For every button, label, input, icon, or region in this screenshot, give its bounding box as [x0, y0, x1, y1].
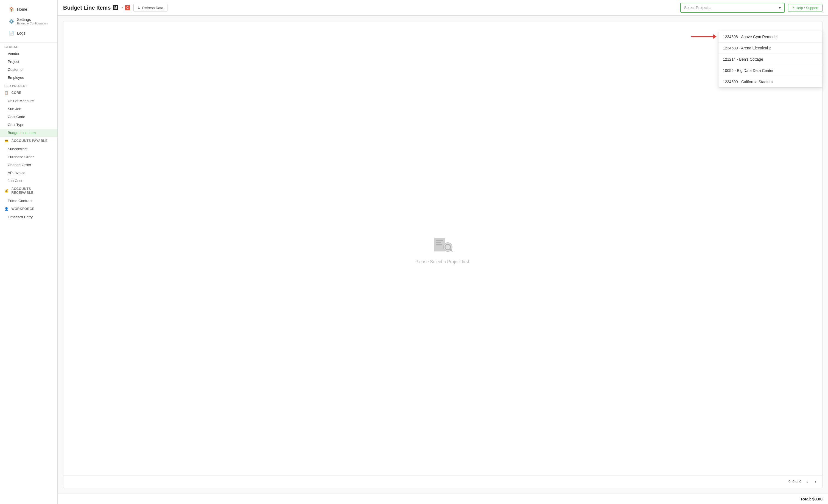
- sidebar-link-prime-contract[interactable]: Prime Contract: [0, 197, 57, 205]
- sidebar-item-home[interactable]: 🏠 Home: [4, 4, 53, 14]
- main-content: Budget Line Items M → C ↻ Refresh Data S…: [58, 0, 828, 504]
- integration-arrow-icon: →: [119, 5, 124, 10]
- content-footer: 0–0 of 0 ‹ ›: [64, 475, 822, 488]
- sidebar-link-employee[interactable]: Employee: [0, 74, 57, 82]
- project-dropdown: 1234598 - Agave Gym Remodel 1234589 - Ar…: [718, 31, 823, 88]
- project-select-wrapper: Select Project... 1234598 - Agave Gym Re…: [680, 3, 785, 13]
- red-arrow-head: [713, 34, 716, 39]
- empty-state-text: Please Select a Project first.: [415, 259, 470, 264]
- page-title: Budget Line Items M → C: [63, 5, 130, 11]
- accounts-payable-label: ACCOUNTS PAYABLE: [11, 139, 47, 143]
- sidebar-link-ap-invoice[interactable]: AP Invoice: [0, 169, 57, 177]
- help-btn-label: Help / Support: [796, 6, 818, 10]
- sidebar-settings-group: Settings Example Configuration: [17, 17, 47, 25]
- total-label: Total: $0.00: [800, 497, 823, 501]
- refresh-data-button[interactable]: ↻ Refresh Data: [133, 4, 167, 12]
- accounts-receivable-icon: 💰: [4, 189, 8, 193]
- sidebar-item-settings[interactable]: ⚙️ Settings Example Configuration: [4, 14, 53, 28]
- integration-icons: M → C: [113, 5, 130, 10]
- pagination-prev-button[interactable]: ‹: [805, 478, 810, 485]
- accounts-receivable-label: ACCOUNTS RECEIVABLE: [11, 187, 53, 195]
- refresh-btn-label: Refresh Data: [142, 6, 163, 10]
- help-support-button[interactable]: ? Help / Support: [788, 4, 823, 12]
- content-area: 1234598 - Agave Gym Remodel 1234589 - Ar…: [58, 16, 828, 494]
- settings-icon: ⚙️: [9, 19, 14, 24]
- project-select[interactable]: Select Project... 1234598 - Agave Gym Re…: [680, 3, 785, 13]
- svg-rect-3: [436, 244, 442, 245]
- svg-rect-1: [436, 240, 443, 241]
- sidebar-link-cost-type[interactable]: Cost Type: [0, 121, 57, 129]
- sidebar-group-workforce[interactable]: 👤 WORKFORCE: [0, 205, 57, 213]
- home-icon: 🏠: [9, 7, 14, 12]
- pagination-next-button[interactable]: ›: [813, 478, 818, 485]
- dropdown-item-10056[interactable]: 10056 - Big Data Data Center: [718, 65, 822, 76]
- global-section-label: GLOBAL: [0, 43, 57, 50]
- page-title-text: Budget Line Items: [63, 5, 111, 11]
- sidebar-group-accounts-payable[interactable]: 💳 ACCOUNTS PAYABLE: [0, 137, 57, 145]
- sidebar-link-subcontract[interactable]: Subcontract: [0, 145, 57, 153]
- red-arrow-indicator: [691, 34, 716, 39]
- sidebar-link-purchase-order[interactable]: Purchase Order: [0, 153, 57, 161]
- sidebar-link-cost-code[interactable]: Cost Code: [0, 113, 57, 121]
- dropdown-item-1234589[interactable]: 1234589 - Arena Electrical 2: [718, 43, 822, 54]
- topbar: Budget Line Items M → C ↻ Refresh Data S…: [58, 0, 828, 16]
- per-project-section-label: PER PROJECT: [0, 82, 57, 89]
- dropdown-item-1234590[interactable]: 1234590 - California Stadium: [718, 76, 822, 87]
- content-box: Please Select a Project first. 0–0 of 0 …: [63, 21, 823, 488]
- core-icon: 📋: [4, 91, 8, 95]
- empty-state: Please Select a Project first.: [64, 22, 822, 475]
- refresh-icon: ↻: [137, 6, 140, 10]
- sidebar-settings-sub: Example Configuration: [17, 22, 47, 25]
- sidebar-item-logs-label: Logs: [17, 31, 25, 35]
- workforce-icon: 👤: [4, 207, 8, 211]
- accounts-payable-icon: 💳: [4, 139, 8, 143]
- sidebar-settings-label: Settings: [17, 17, 47, 22]
- sidebar-link-change-order[interactable]: Change Order: [0, 161, 57, 169]
- sidebar-link-timecard-entry[interactable]: Timecard Entry: [0, 213, 57, 221]
- sidebar-group-accounts-receivable[interactable]: 💰 ACCOUNTS RECEIVABLE: [0, 185, 57, 197]
- sidebar-top: 🏠 Home ⚙️ Settings Example Configuration…: [0, 0, 57, 43]
- sidebar-item-logs[interactable]: 📄 Logs: [4, 28, 53, 38]
- core-label: CORE: [11, 91, 21, 95]
- pagination-info: 0–0 of 0: [788, 479, 801, 484]
- logs-icon: 📄: [9, 31, 14, 36]
- empty-state-icon: [432, 232, 454, 255]
- sidebar-link-budget-line-item[interactable]: Budget Line Item: [0, 129, 57, 137]
- sidebar-link-customer[interactable]: Customer: [0, 66, 57, 74]
- dropdown-item-1234598[interactable]: 1234598 - Agave Gym Remodel: [718, 31, 822, 43]
- workforce-label: WORKFORCE: [11, 207, 34, 211]
- sidebar-link-vendor[interactable]: Vendor: [0, 50, 57, 58]
- sidebar-item-home-label: Home: [17, 7, 27, 11]
- sidebar-link-sub-job[interactable]: Sub Job: [0, 105, 57, 113]
- bottom-bar: Total: $0.00: [58, 494, 828, 504]
- sidebar-link-job-cost[interactable]: Job Cost: [0, 177, 57, 185]
- red-arrow-line: [691, 36, 713, 37]
- dropdown-item-121214[interactable]: 121214 - Ben's Cottage: [718, 54, 822, 65]
- sidebar-group-core[interactable]: 📋 CORE: [0, 89, 57, 97]
- sidebar: 🏠 Home ⚙️ Settings Example Configuration…: [0, 0, 58, 504]
- integration-left-icon: M: [113, 5, 118, 10]
- svg-rect-2: [436, 242, 441, 243]
- sidebar-link-project[interactable]: Project: [0, 58, 57, 66]
- integration-right-icon: C: [125, 5, 130, 10]
- help-icon: ?: [792, 6, 794, 10]
- sidebar-link-unit-of-measure[interactable]: Unit of Measure: [0, 97, 57, 105]
